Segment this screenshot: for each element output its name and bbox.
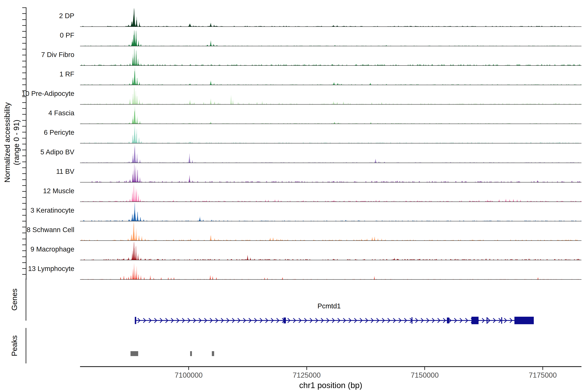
track-baseline [80, 279, 582, 280]
x-axis-tick [306, 367, 307, 370]
genes-bracket [26, 278, 26, 320]
gene-exon [514, 317, 534, 324]
called-peak [212, 351, 214, 356]
track-row-11-bv: 11 BV [0, 163, 588, 182]
track-label: 6 Pericyte [0, 128, 74, 136]
x-axis-tick-label: 7175000 [529, 371, 557, 379]
track-signal [80, 184, 582, 202]
track-signal [80, 164, 582, 182]
track-label: 3 Keratinocyte [0, 206, 74, 214]
genome-browser-figure: Normalized accessibility (range 0 - 91) … [0, 0, 588, 392]
gene-name-label: Pcmtd1 [318, 302, 341, 310]
track-signal [80, 86, 582, 104]
track-row-10-pre-adipocyte: 10 Pre-Adipocyte [0, 85, 588, 104]
gene-exon [284, 318, 286, 324]
called-peak [130, 351, 138, 356]
track-label: 12 Muscle [0, 187, 74, 195]
track-label: 13 Lymphocyte [0, 264, 74, 273]
track-row-5-adipo-bv: 5 Adipo BV [0, 144, 588, 163]
genes-section-label: Genes [10, 288, 19, 311]
track-row-12-muscle: 12 Muscle [0, 182, 588, 202]
track-label: 2 DP [0, 12, 74, 20]
track-signal [80, 261, 582, 279]
track-label: 8 Schwann Cell [0, 226, 74, 234]
track-signal [80, 144, 582, 163]
track-signal [80, 106, 582, 124]
gene-model [80, 310, 582, 330]
x-axis-tick-label: 7100000 [174, 371, 202, 379]
gene-exon [472, 317, 478, 324]
peaks-section-label: Peaks [10, 335, 19, 356]
track-signal [80, 28, 582, 46]
x-axis-line [80, 366, 582, 367]
track-signal [80, 8, 582, 26]
peaks-bracket [26, 328, 26, 364]
track-label: 1 RF [0, 70, 74, 78]
x-axis-tick [424, 367, 425, 370]
track-label: 5 Adipo BV [0, 148, 74, 156]
track-label: 9 Macrophage [0, 245, 74, 253]
track-signal [80, 203, 582, 221]
track-row-0-pf: 0 PF [0, 27, 588, 46]
track-row-4-fascia: 4 Fascia [0, 104, 588, 124]
track-row-6-pericyte: 6 Pericyte [0, 124, 588, 144]
track-row-8-schwann-cell: 8 Schwann Cell [0, 221, 588, 241]
gene-exon [501, 317, 502, 324]
x-axis-tick [188, 367, 189, 370]
track-signal [80, 242, 582, 260]
gene-exon [486, 317, 488, 324]
track-row-13-lymphocyte: 13 Lymphocyte [0, 260, 588, 280]
track-row-3-keratinocyte: 3 Keratinocyte [0, 202, 588, 221]
x-axis-title: chr1 position (bp) [299, 380, 362, 390]
track-row-1-rf: 1 RF [0, 66, 588, 85]
track-label: 0 PF [0, 31, 74, 39]
track-signal [80, 125, 582, 143]
x-axis-tick-label: 7150000 [411, 371, 439, 379]
track-signal [80, 67, 582, 85]
gene-exon [447, 318, 449, 324]
track-row-7-div-fibro: 7 Div Fibro [0, 46, 588, 66]
track-label: 10 Pre-Adipocyte [0, 90, 74, 98]
track-row-2-dp: 2 DP [0, 7, 588, 27]
track-label: 11 BV [0, 168, 74, 176]
track-signal [80, 47, 582, 65]
track-label: 4 Fascia [0, 109, 74, 117]
called-peak [190, 351, 192, 356]
accessibility-tracks-panel: 2 DP0 PF7 Div Fibro1 RF10 Pre-Adipocyte4… [0, 7, 588, 280]
track-signal [80, 222, 582, 240]
x-axis-tick [542, 367, 543, 370]
x-axis-tick-label: 7125000 [293, 371, 320, 379]
gene-exon [135, 317, 136, 324]
track-label: 7 Div Fibro [0, 51, 74, 59]
gene-exon [412, 317, 412, 324]
track-row-9-macrophage: 9 Macrophage [0, 241, 588, 260]
